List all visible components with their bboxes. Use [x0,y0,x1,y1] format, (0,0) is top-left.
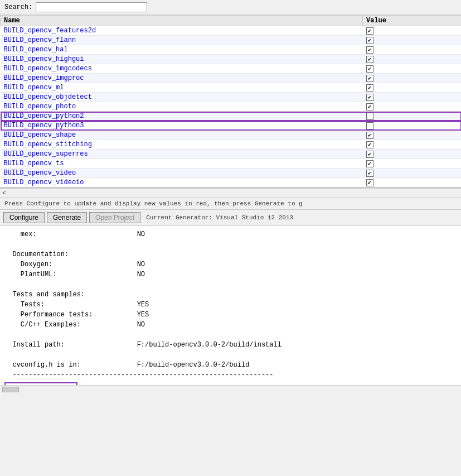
checkbox[interactable] [366,179,373,186]
configure-button[interactable]: Configure [3,212,45,223]
toolbar: Configure Generate Open Project Current … [0,210,461,226]
configuring-done: Configuring done [4,382,77,385]
checkbox[interactable] [366,132,373,139]
table-row-name: BUILD_opencv_python3 [1,121,363,131]
table-row-name: BUILD_opencv_stitching [1,140,363,150]
search-bar: Search: [0,0,461,15]
search-input[interactable] [36,2,147,12]
table-row-name: BUILD_opencv_imgproc [1,74,363,83]
checkbox[interactable] [366,27,373,35]
table-row-value[interactable] [363,150,462,159]
table-row-name: BUILD_opencv_hal [1,45,363,55]
generate-button[interactable]: Generate [47,212,87,223]
checkbox[interactable] [366,56,373,63]
table-row-value[interactable] [363,55,462,64]
table-row-name: BUILD_opencv_python2 [1,112,363,121]
table-row-name: BUILD_opencv_flann [1,36,363,45]
h-scroll-top[interactable]: < [0,188,461,198]
checkbox[interactable] [366,94,373,101]
console-area: mex: NO Documentation: Doxygen: NO Plant… [0,226,461,385]
table-row-name: BUILD_opencv_ml [1,83,363,93]
checkbox[interactable] [366,84,373,92]
checkbox[interactable] [366,65,373,73]
checkbox[interactable] [366,122,373,129]
col-value: Value [363,16,462,26]
generator-label: Current Generator: Visual Studio 12 2013 [146,214,293,221]
table-row-value[interactable] [363,93,462,102]
search-label: Search: [4,3,32,11]
table-row-name: BUILD_opencv_objdetect [1,93,363,102]
table-row-value[interactable] [363,178,462,187]
table-row-name: BUILD_opencv_imgcodecs [1,64,363,74]
table-row-value[interactable] [363,102,462,112]
table-row-name: BUILD_opencv_shape [1,131,363,140]
table-row-name: BUILD_opencv_features2d [1,26,363,36]
table-row-value[interactable] [363,131,462,140]
table-row-name: BUILD_opencv_videoio [1,178,363,187]
config-table: Name Value BUILD_opencv_features2dBUILD_… [0,15,461,188]
table-row-value[interactable] [363,83,462,93]
checkbox[interactable] [366,170,373,177]
table-container: Name Value BUILD_opencv_features2dBUILD_… [0,15,461,188]
table-row-name: BUILD_opencv_video [1,169,363,178]
checkbox[interactable] [366,46,373,54]
checkbox[interactable] [366,141,373,148]
console-output: mex: NO Documentation: Doxygen: NO Plant… [4,229,457,380]
table-row-name: BUILD_opencv_superres [1,150,363,159]
table-row-name: BUILD_opencv_ts [1,159,363,169]
status-text: Press Configure to update and display ne… [4,200,303,207]
table-row-value[interactable] [363,26,462,36]
checkbox[interactable] [366,113,373,120]
col-name: Name [1,16,363,26]
table-row-value[interactable] [363,36,462,45]
scroll-left-icon: < [2,190,6,196]
checkbox[interactable] [366,75,373,82]
table-row-value[interactable] [363,121,462,131]
scroll-thumb[interactable] [2,387,19,392]
checkbox[interactable] [366,103,373,110]
table-row-value[interactable] [363,169,462,178]
table-row-value[interactable] [363,45,462,55]
checkbox[interactable] [366,37,373,44]
table-row-value[interactable] [363,112,462,121]
table-row-name: BUILD_opencv_highgui [1,55,363,64]
table-row-name: BUILD_opencv_photo [1,102,363,112]
open-project-button[interactable]: Open Project [89,212,140,223]
table-row-value[interactable] [363,74,462,83]
status-bar: Press Configure to update and display ne… [0,198,461,210]
checkbox[interactable] [366,160,373,167]
checkbox[interactable] [366,151,373,158]
table-row-value[interactable] [363,140,462,150]
bottom-scroll[interactable] [0,385,461,393]
table-row-value[interactable] [363,159,462,169]
table-row-value[interactable] [363,64,462,74]
